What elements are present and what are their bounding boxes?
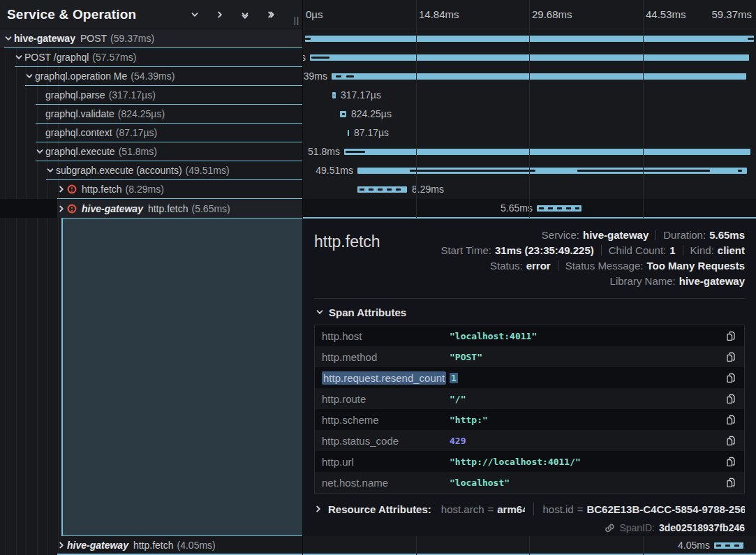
tree-row[interactable]: graphql.context(87.17µs) bbox=[0, 124, 302, 142]
span-id-row: SpanID: 3de02518937fb246 bbox=[314, 522, 745, 533]
copy-icon[interactable] bbox=[718, 415, 744, 424]
waterfall-row[interactable]: 49.51ms bbox=[303, 161, 756, 180]
span-title: http.fetch bbox=[314, 227, 380, 251]
span-duration: (49.51ms) bbox=[186, 165, 230, 176]
span-duration: (57.57ms) bbox=[92, 52, 136, 63]
attribute-row[interactable]: http.host"localhost:4011" bbox=[315, 325, 744, 346]
waterfall-row[interactable]: 317.17µs bbox=[303, 86, 756, 105]
span-duration: (5.65ms) bbox=[192, 203, 230, 214]
span-bar[interactable] bbox=[332, 73, 746, 80]
copy-icon[interactable] bbox=[718, 457, 744, 466]
attribute-row[interactable]: http.status_code429 bbox=[315, 430, 744, 451]
timeline-column: 0µs14.84ms29.68ms44.53ms59.37ms 59.37ms5… bbox=[303, 0, 756, 555]
chevron-down-icon[interactable] bbox=[189, 9, 200, 20]
timeline-tick-label: 59.37ms bbox=[711, 8, 752, 20]
span-duration: (4.05ms) bbox=[177, 540, 216, 551]
attribute-key: http.scheme bbox=[315, 414, 450, 426]
chevron-down-icon[interactable] bbox=[15, 53, 24, 61]
waterfall-row[interactable]: 59.37ms bbox=[303, 29, 756, 48]
waterfall-row[interactable]: 51.8ms bbox=[303, 142, 756, 161]
chevron-right-icon[interactable] bbox=[57, 205, 67, 213]
meta-line: Service:hive-gatewayDuration:5.65ms bbox=[542, 227, 745, 242]
attribute-row[interactable]: http.scheme"http:" bbox=[315, 409, 744, 430]
attribute-value: "/" bbox=[450, 394, 718, 404]
chevron-down-icon bbox=[316, 307, 324, 318]
waterfall-row[interactable]: 8.29ms bbox=[303, 180, 756, 199]
span-bar[interactable] bbox=[714, 542, 743, 549]
copy-icon[interactable] bbox=[718, 373, 744, 383]
copy-icon[interactable] bbox=[718, 331, 744, 341]
tree-row[interactable]: hive-gatewayPOST(59.37ms) bbox=[0, 29, 302, 48]
tree-row-content: hive-gatewayhttp.fetch(4.05ms) bbox=[57, 536, 302, 555]
resource-value: arm64 bbox=[497, 503, 525, 515]
bar-duration-label: 317.17µs bbox=[341, 86, 381, 105]
attribute-key: http.method bbox=[315, 351, 450, 363]
copy-icon[interactable] bbox=[718, 352, 744, 362]
span-tree: hive-gatewayPOST(59.37ms)POST /graphql(5… bbox=[0, 29, 302, 218]
tree-row[interactable]: POST /graphql(57.57ms) bbox=[0, 48, 302, 67]
chevron-down-icon[interactable] bbox=[36, 147, 45, 156]
child-span-mark bbox=[305, 38, 311, 40]
meta-label: Status Message: bbox=[565, 260, 644, 272]
chevron-down-icon[interactable] bbox=[25, 72, 35, 80]
tree-row[interactable]: graphql.validate(824.25µs) bbox=[0, 105, 302, 124]
child-span-mark bbox=[342, 113, 345, 115]
span-bar[interactable] bbox=[340, 111, 346, 117]
attribute-row[interactable]: net.host.name"localhost" bbox=[315, 472, 744, 493]
spanid-value[interactable]: 3de02518937fb246 bbox=[659, 522, 745, 533]
bar-duration-label: 54.39ms bbox=[303, 67, 327, 86]
meta-line: Start Time:31ms (23:35:49.225)Child Coun… bbox=[440, 242, 745, 258]
bar-duration-label: 5.65ms bbox=[501, 199, 533, 218]
tree-row[interactable]: graphql.operation Me(54.39ms) bbox=[0, 67, 302, 86]
span-bar[interactable] bbox=[344, 149, 750, 155]
attribute-row[interactable]: http.url"http://localhost:4011/" bbox=[315, 451, 744, 472]
tree-row[interactable]: hive-gatewayhttp.fetch(5.65ms) bbox=[0, 199, 302, 218]
collapse-controls bbox=[189, 9, 276, 20]
tree-row[interactable]: graphql.parse(317.17µs) bbox=[0, 86, 302, 105]
chevron-down-icon[interactable] bbox=[4, 34, 14, 43]
span-bar[interactable] bbox=[357, 186, 407, 193]
double-chevron-down-icon[interactable] bbox=[239, 9, 251, 20]
span-attributes-header[interactable]: Span Attributes bbox=[316, 306, 745, 318]
tree-row[interactable]: subgraph.execute (accounts)(49.51ms) bbox=[0, 161, 302, 180]
waterfall-row[interactable]: 824.25µs bbox=[303, 105, 756, 124]
chevron-right-icon[interactable] bbox=[214, 9, 225, 20]
meta-line: Library Name:hive-gateway bbox=[610, 273, 745, 288]
meta-value: error bbox=[526, 260, 551, 272]
copy-icon[interactable] bbox=[718, 436, 744, 445]
column-resize-handle[interactable]: || bbox=[294, 15, 299, 25]
waterfall-bottom-row: 4.05ms bbox=[303, 536, 756, 555]
tree-row[interactable]: http.fetch(8.29ms) bbox=[0, 180, 302, 199]
waterfall-row[interactable]: 57.57ms bbox=[303, 48, 756, 67]
copy-icon[interactable] bbox=[718, 394, 744, 404]
child-span-mark bbox=[738, 170, 742, 172]
waterfall-row[interactable]: 5.65ms bbox=[303, 199, 756, 218]
link-icon[interactable] bbox=[605, 523, 615, 533]
span-bar[interactable] bbox=[310, 54, 749, 61]
attribute-key: http.host bbox=[315, 330, 450, 342]
attribute-value: "http://localhost:4011/" bbox=[450, 457, 718, 467]
waterfall-row[interactable]: 87.17µs bbox=[303, 124, 756, 142]
span-operation-name: graphql.execute bbox=[45, 146, 115, 157]
chevron-down-icon[interactable] bbox=[46, 166, 56, 175]
attribute-row[interactable]: http.route"/" bbox=[315, 388, 744, 409]
chevron-right-icon[interactable] bbox=[57, 185, 67, 193]
attribute-row[interactable]: http.request.resend_count1 bbox=[315, 367, 744, 388]
tree-row[interactable]: hive-gatewayhttp.fetch(4.05ms) bbox=[0, 536, 302, 555]
waterfall-rows: 59.37ms57.57ms54.39ms317.17µs824.25µs87.… bbox=[303, 29, 756, 218]
waterfall-row[interactable]: 54.39ms bbox=[303, 67, 756, 86]
span-bar[interactable] bbox=[332, 92, 336, 98]
chevron-right-icon[interactable] bbox=[57, 541, 67, 549]
span-bar[interactable] bbox=[357, 168, 747, 174]
copy-icon[interactable] bbox=[718, 478, 744, 487]
span-bar[interactable] bbox=[348, 130, 349, 136]
resource-key: host.id bbox=[542, 503, 573, 515]
span-bar[interactable] bbox=[305, 36, 754, 42]
span-bar[interactable] bbox=[537, 205, 581, 212]
resource-attributes-label[interactable]: Resource Attributes: bbox=[328, 503, 431, 515]
tree-row[interactable]: graphql.execute(51.8ms) bbox=[0, 142, 302, 161]
double-chevron-right-icon[interactable] bbox=[265, 9, 276, 20]
span-duration: (54.39ms) bbox=[131, 71, 175, 82]
attribute-row[interactable]: http.method"POST" bbox=[315, 346, 744, 367]
waterfall-row[interactable]: 4.05ms bbox=[303, 536, 756, 555]
